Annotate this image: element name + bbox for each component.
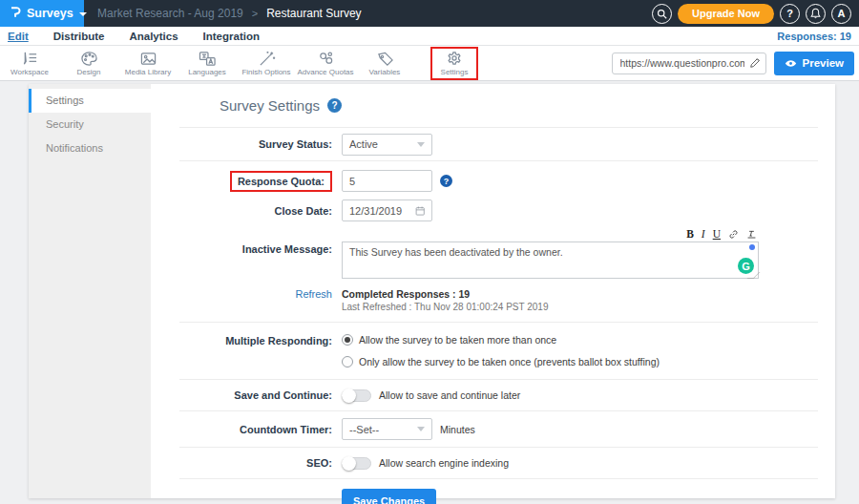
toolbar-item-media-library[interactable]: Media Library <box>118 48 178 79</box>
upgrade-now-button[interactable]: Upgrade Now <box>678 4 774 24</box>
tab-distribute[interactable]: Distribute <box>53 31 105 42</box>
surveys-menu[interactable]: Surveys <box>0 0 84 27</box>
page-title-row: Survey Settings ? <box>151 84 835 127</box>
inactive-message-textarea[interactable]: This Survey has been deactivated by the … <box>342 242 759 279</box>
tab-analytics[interactable]: Analytics <box>129 31 178 42</box>
survey-settings-help-icon[interactable]: ? <box>327 98 342 113</box>
toolbar-item-label: Variables <box>369 68 401 76</box>
grammarly-icon[interactable]: G <box>738 258 754 274</box>
italic-button[interactable]: I <box>702 229 705 241</box>
save-continue-text: Allow to save and continue later <box>379 389 520 401</box>
search-icon <box>657 9 667 19</box>
refresh-link[interactable]: Refresh <box>295 288 332 300</box>
settings-sidebar: Settings Security Notifications <box>29 84 151 498</box>
finish-options-icon <box>258 51 276 67</box>
close-date-row: Close Date: <box>151 196 835 225</box>
save-continue-label: Save and Continue: <box>151 389 332 401</box>
page-title: Survey Settings <box>220 97 320 114</box>
toolbar-item-finish-options[interactable]: Finish Options <box>237 48 296 79</box>
preview-button[interactable]: Preview <box>774 52 854 75</box>
radio-button-checked[interactable] <box>342 334 353 346</box>
toolbar-item-workspace[interactable]: Workspace <box>0 48 59 79</box>
completed-responses-text: Completed Responses : 19 <box>342 288 548 300</box>
response-quota-input[interactable] <box>349 176 425 187</box>
tab-integration[interactable]: Integration <box>203 31 260 42</box>
chevron-down-icon <box>79 12 87 16</box>
toolbar-item-design[interactable]: Design <box>59 48 118 79</box>
close-date-field <box>342 200 432 221</box>
workspace-icon <box>21 51 39 67</box>
design-icon <box>80 51 98 67</box>
toolbar-item-label: Advance Quotas <box>297 68 353 76</box>
underline-button[interactable]: U <box>713 229 721 241</box>
save-continue-row: Save and Continue: Allow to save and con… <box>151 380 835 410</box>
last-refreshed-text: Last Refreshed : Thu Nov 28 01:00:24 PST… <box>342 302 548 312</box>
settings-gear-icon <box>446 51 463 67</box>
sidebar-item-security[interactable]: Security <box>29 113 151 136</box>
refresh-row: Refresh Completed Responses : 19 Last Re… <box>151 281 835 322</box>
notifications-button[interactable] <box>806 4 826 24</box>
rich-text-toolbar: B I U <box>342 227 759 242</box>
bell-icon <box>810 8 821 19</box>
radio-button[interactable] <box>342 356 353 368</box>
save-continue-toggle[interactable] <box>342 389 371 402</box>
avatar[interactable]: A <box>831 4 851 24</box>
inactive-message-label: Inactive Message: <box>151 227 332 255</box>
radio-allow-once[interactable]: Only allow the survey to be taken once (… <box>342 356 660 368</box>
variables-icon <box>376 51 394 67</box>
media-library-icon <box>139 51 157 67</box>
grammarly-status-dot <box>749 244 755 250</box>
tab-edit[interactable]: Edit <box>8 31 29 42</box>
countdown-timer-label: Countdown Timer: <box>151 424 332 435</box>
close-date-input[interactable] <box>349 205 415 217</box>
survey-status-row: Survey Status: Active <box>151 128 835 160</box>
survey-status-select[interactable]: Active <box>342 134 432 156</box>
chevron-down-icon <box>417 142 425 147</box>
search-button[interactable] <box>652 4 672 24</box>
responses-count[interactable]: Responses: 19 <box>777 31 851 42</box>
seo-text: Allow search engine indexing <box>379 457 509 469</box>
survey-url-input[interactable] <box>612 52 766 74</box>
save-changes-button[interactable]: Save Changes <box>342 489 436 504</box>
radio-allow-multiple[interactable]: Allow the survey to be taken more than o… <box>342 334 660 346</box>
toolbar-item-languages[interactable]: Languages <box>178 48 237 79</box>
countdown-timer-row: Countdown Timer: --Set-- Minutes <box>151 411 835 447</box>
edit-url-icon[interactable] <box>749 57 761 69</box>
radio-label: Allow the survey to be taken more than o… <box>359 334 556 346</box>
eye-icon <box>785 59 797 68</box>
top-navbar: Surveys Market Research - Aug 2019 > Res… <box>0 0 859 27</box>
clear-formatting-icon[interactable] <box>746 229 757 240</box>
topbar-actions: Upgrade Now ? A <box>652 4 859 24</box>
breadcrumb-separator: > <box>252 8 258 19</box>
toolbar-item-label: Design <box>77 68 101 76</box>
seo-row: SEO: Allow search engine indexing <box>151 448 835 478</box>
multiple-responding-row: Multiple Responding: Allow the survey to… <box>151 323 835 379</box>
toolbar-item-label: Finish Options <box>241 68 290 76</box>
response-quota-help-icon[interactable]: ? <box>440 175 452 187</box>
sidebar-item-settings[interactable]: Settings <box>29 89 151 113</box>
survey-status-label: Survey Status: <box>151 138 332 150</box>
seo-toggle[interactable] <box>342 457 371 470</box>
toolbar-item-label: Languages <box>188 68 226 76</box>
seo-label: SEO: <box>151 457 332 469</box>
help-button[interactable]: ? <box>780 4 800 24</box>
sidebar-item-notifications[interactable]: Notifications <box>29 136 151 160</box>
survey-url-wrap <box>612 52 766 74</box>
toolbar-item-variables[interactable]: Variables <box>355 48 414 79</box>
toolbar-item-advance-quotas[interactable]: Advance Quotas <box>296 48 355 79</box>
survey-toolbar: Workspace Design Media Library Languages… <box>0 46 859 81</box>
calendar-icon[interactable] <box>415 205 425 217</box>
settings-main: Survey Settings ? Survey Status: Active … <box>151 84 835 498</box>
survey-status-value: Active <box>349 138 378 150</box>
questionpro-logo-icon <box>9 6 21 21</box>
save-row: Save Changes <box>151 479 835 504</box>
link-button[interactable] <box>728 229 739 240</box>
countdown-timer-value: --Set-- <box>349 424 379 435</box>
toolbar-item-label: Media Library <box>125 68 171 76</box>
countdown-timer-select[interactable]: --Set-- <box>342 418 432 440</box>
breadcrumb: Market Research - Aug 2019 > Restaurant … <box>97 7 362 20</box>
bold-button[interactable]: B <box>686 229 694 241</box>
toolbar-item-settings[interactable]: Settings <box>431 48 477 79</box>
breadcrumb-parent[interactable]: Market Research - Aug 2019 <box>97 7 243 20</box>
surveys-menu-label: Surveys <box>27 7 73 20</box>
